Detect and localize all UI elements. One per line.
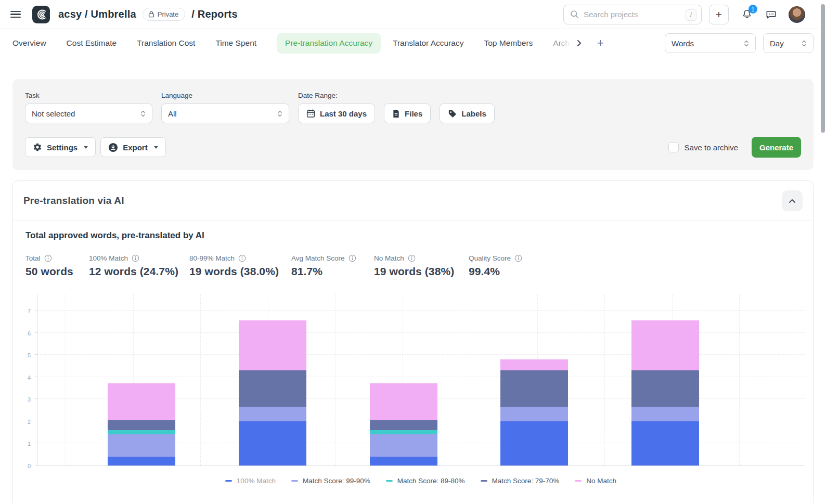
caret-down-icon xyxy=(84,146,88,149)
chart-bar-segment xyxy=(239,421,306,466)
task-select[interactable]: Not selected xyxy=(25,104,152,123)
chart-bar xyxy=(631,294,699,466)
tab-translator-accuracy[interactable]: Translator Accuracy xyxy=(393,38,463,48)
date-range-button[interactable]: Last 30 days xyxy=(298,104,375,123)
y-tick-label: 7 xyxy=(28,308,31,314)
gridline xyxy=(66,294,66,466)
tabs-overflow-button[interactable] xyxy=(577,40,582,47)
updown-arrows-icon xyxy=(277,110,282,118)
privacy-badge: Private xyxy=(143,8,185,21)
y-tick-label: 0 xyxy=(28,463,31,469)
legend-item[interactable]: No Match xyxy=(575,477,616,485)
task-label: Task xyxy=(25,92,152,99)
save-to-archive-checkbox[interactable] xyxy=(668,142,679,152)
report-tabs: Overview Cost Estimate Translation Cost … xyxy=(0,29,826,57)
unit-select[interactable]: Words xyxy=(665,33,756,53)
privacy-badge-label: Private xyxy=(158,10,178,18)
labels-filter-button[interactable]: Labels xyxy=(440,104,495,123)
legend-marker-icon xyxy=(481,480,487,482)
axis-tick xyxy=(35,354,37,355)
stat-value: 81.7% xyxy=(291,265,374,278)
tab-archive-truncated[interactable]: Archi xyxy=(553,38,571,48)
y-tick-label: 2 xyxy=(28,419,31,425)
collapse-section-button[interactable] xyxy=(782,190,803,211)
pre-translation-report-card: Pre-translation via AI Total approved wo… xyxy=(12,180,814,503)
axis-tick xyxy=(35,465,37,466)
files-filter-button[interactable]: Files xyxy=(384,104,431,123)
language-label: Language xyxy=(161,92,289,99)
user-avatar[interactable] xyxy=(789,6,805,23)
app-logo-icon[interactable] xyxy=(32,6,50,23)
hamburger-menu-icon[interactable] xyxy=(10,11,21,18)
chart-bar xyxy=(500,294,568,466)
chart-bar-segment xyxy=(500,421,568,466)
stat-avg-match-score: Avg Match Score 81.7% xyxy=(291,254,374,278)
generate-button[interactable]: Generate xyxy=(752,137,801,158)
create-project-button[interactable]: + xyxy=(709,5,729,24)
add-report-tab-button[interactable]: + xyxy=(597,36,604,50)
notifications-button[interactable]: 1 xyxy=(741,8,753,20)
legend-item[interactable]: Match Score: 99-90% xyxy=(291,477,370,485)
tab-time-spent[interactable]: Time Spent xyxy=(215,38,256,48)
chart-bar xyxy=(239,294,306,466)
chart-bar-segment xyxy=(631,407,699,421)
settings-button[interactable]: Settings xyxy=(25,137,96,157)
caret-down-icon xyxy=(154,146,158,149)
stat-label: No Match xyxy=(374,254,404,262)
legend-marker-icon xyxy=(225,480,232,482)
calendar-icon xyxy=(306,109,315,118)
files-button-label: Files xyxy=(405,109,422,118)
date-range-label: Date Range: xyxy=(298,92,375,99)
notification-count-badge: 1 xyxy=(748,5,757,14)
stat-no-match: No Match 19 words (38%) xyxy=(374,254,469,278)
info-icon[interactable] xyxy=(408,254,416,262)
tab-cost-estimate[interactable]: Cost Estimate xyxy=(67,38,117,48)
language-select[interactable]: All xyxy=(161,104,289,123)
gridline xyxy=(335,294,335,466)
chart-bar xyxy=(108,294,175,466)
tag-icon xyxy=(448,109,457,118)
info-icon[interactable] xyxy=(132,254,139,262)
reports-page: acsy / Umbrella Private / Reports / + xyxy=(0,0,826,504)
legend-item[interactable]: Match Score: 79-70% xyxy=(481,477,560,485)
settings-button-label: Settings xyxy=(47,143,78,152)
unit-select-value: Words xyxy=(672,39,694,48)
legend-item-label: Match Score: 89-80% xyxy=(397,477,465,485)
stat-label: Total xyxy=(25,254,41,262)
legend-item[interactable]: Match Score: 89-80% xyxy=(386,477,465,485)
search-shortcut-hint: / xyxy=(686,9,696,21)
search-box[interactable]: / xyxy=(563,5,702,24)
stat-value: 12 words (24.7%) xyxy=(89,265,189,278)
period-select[interactable]: Day xyxy=(763,33,814,53)
messages-button[interactable] xyxy=(765,8,777,20)
stat-label: 100% Match xyxy=(89,254,128,262)
vertical-scrollbar[interactable] xyxy=(821,4,825,133)
stat-value: 19 words (38%) xyxy=(374,265,469,278)
stat-label: Quality Score xyxy=(469,254,511,262)
info-icon[interactable] xyxy=(44,254,52,262)
chart-bar-segment xyxy=(239,320,306,370)
tab-top-members[interactable]: Top Members xyxy=(484,38,533,48)
export-button[interactable]: Export xyxy=(100,137,166,157)
stacked-bar-chart: 01234567 100% MatchMatch Score: 99-90%Ma… xyxy=(21,294,805,486)
tab-pre-translation-accuracy[interactable]: Pre-translation Accuracy xyxy=(277,33,381,54)
axis-tick xyxy=(35,398,37,399)
legend-item[interactable]: 100% Match xyxy=(225,477,276,485)
stat-80-99-match: 80-99% Match 19 words (38.0%) xyxy=(189,254,291,278)
lock-icon xyxy=(148,11,154,18)
info-icon[interactable] xyxy=(514,254,522,262)
axis-tick xyxy=(35,443,37,443)
tab-overview[interactable]: Overview xyxy=(12,38,46,48)
chart-bar-segment xyxy=(108,430,175,435)
search-input[interactable] xyxy=(584,10,683,19)
tab-translation-cost[interactable]: Translation Cost xyxy=(137,38,195,48)
info-icon[interactable] xyxy=(349,254,356,262)
chart-bar-segment xyxy=(370,434,437,457)
stat-value: 50 words xyxy=(25,265,89,278)
gear-icon xyxy=(33,143,42,152)
info-icon[interactable] xyxy=(238,254,246,262)
chart-bar-segment xyxy=(631,370,699,407)
breadcrumb-project[interactable]: acsy / Umbrella xyxy=(58,8,136,20)
language-select-value: All xyxy=(168,109,177,118)
save-to-archive-label: Save to archive xyxy=(685,143,738,152)
